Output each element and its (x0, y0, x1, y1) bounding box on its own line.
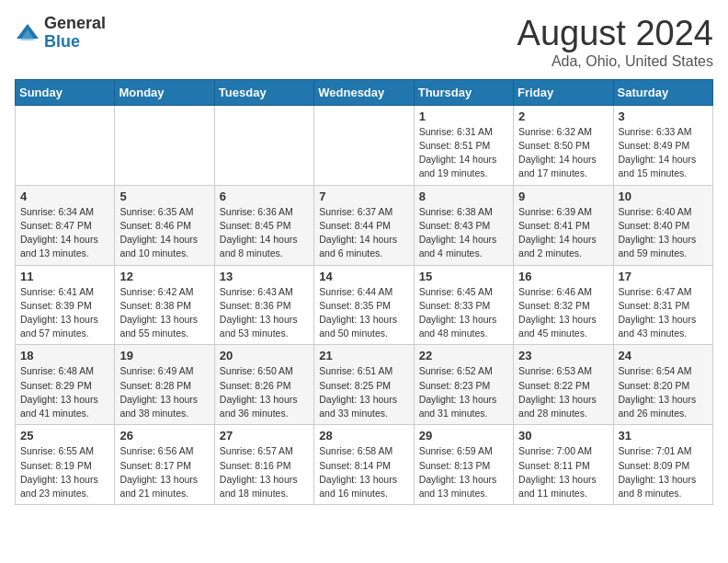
day-info: Sunrise: 6:49 AM Sunset: 8:28 PM Dayligh… (119, 364, 209, 420)
day-number: 15 (419, 270, 508, 283)
calendar-cell-1-0: 4Sunrise: 6:34 AM Sunset: 8:47 PM Daylig… (16, 185, 115, 265)
day-info: Sunrise: 6:56 AM Sunset: 8:17 PM Dayligh… (119, 444, 209, 500)
week-row-4: 18Sunrise: 6:48 AM Sunset: 8:29 PM Dayli… (16, 345, 713, 425)
day-info: Sunrise: 6:50 AM Sunset: 8:26 PM Dayligh… (220, 364, 309, 420)
day-number: 1 (419, 109, 508, 123)
day-number: 5 (119, 190, 209, 203)
day-info: Sunrise: 6:33 AM Sunset: 8:49 PM Dayligh… (619, 125, 708, 181)
day-number: 24 (619, 349, 708, 362)
day-number: 2 (518, 109, 608, 123)
calendar-table: Sunday Monday Tuesday Wednesday Thursday… (15, 79, 713, 505)
calendar-cell-3-1: 19Sunrise: 6:49 AM Sunset: 8:28 PM Dayli… (115, 345, 214, 425)
day-number: 21 (319, 349, 408, 362)
day-number: 25 (20, 429, 109, 442)
calendar-cell-4-2: 27Sunrise: 6:57 AM Sunset: 8:16 PM Dayli… (214, 425, 313, 505)
day-number: 13 (220, 270, 309, 283)
calendar-cell-0-3 (314, 105, 414, 185)
day-number: 29 (419, 429, 508, 442)
calendar-cell-0-6: 3Sunrise: 6:33 AM Sunset: 8:49 PM Daylig… (613, 105, 712, 185)
calendar-header-row: Sunday Monday Tuesday Wednesday Thursday… (16, 79, 713, 105)
calendar-cell-0-5: 2Sunrise: 6:32 AM Sunset: 8:50 PM Daylig… (514, 105, 613, 185)
day-info: Sunrise: 6:44 AM Sunset: 8:35 PM Dayligh… (319, 285, 408, 341)
day-info: Sunrise: 6:51 AM Sunset: 8:25 PM Dayligh… (319, 364, 408, 420)
calendar-cell-3-0: 18Sunrise: 6:48 AM Sunset: 8:29 PM Dayli… (16, 345, 115, 425)
calendar-cell-0-4: 1Sunrise: 6:31 AM Sunset: 8:51 PM Daylig… (414, 105, 513, 185)
calendar-cell-2-1: 12Sunrise: 6:42 AM Sunset: 8:38 PM Dayli… (115, 265, 214, 345)
day-info: Sunrise: 6:36 AM Sunset: 8:45 PM Dayligh… (220, 205, 309, 261)
day-number: 7 (319, 190, 408, 203)
day-info: Sunrise: 6:42 AM Sunset: 8:38 PM Dayligh… (119, 285, 209, 341)
calendar-cell-1-3: 7Sunrise: 6:37 AM Sunset: 8:44 PM Daylig… (314, 185, 414, 265)
day-info: Sunrise: 6:54 AM Sunset: 8:20 PM Dayligh… (619, 364, 708, 420)
day-info: Sunrise: 6:32 AM Sunset: 8:50 PM Dayligh… (518, 125, 608, 181)
day-number: 11 (20, 270, 109, 283)
col-friday: Friday (514, 79, 613, 105)
day-number: 20 (220, 349, 309, 362)
calendar-cell-3-5: 23Sunrise: 6:53 AM Sunset: 8:22 PM Dayli… (514, 345, 613, 425)
day-number: 14 (319, 270, 408, 283)
week-row-1: 1Sunrise: 6:31 AM Sunset: 8:51 PM Daylig… (16, 105, 713, 185)
day-info: Sunrise: 6:55 AM Sunset: 8:19 PM Dayligh… (20, 444, 109, 500)
calendar-cell-3-4: 22Sunrise: 6:52 AM Sunset: 8:23 PM Dayli… (414, 345, 513, 425)
calendar-cell-2-4: 15Sunrise: 6:45 AM Sunset: 8:33 PM Dayli… (414, 265, 513, 345)
day-info: Sunrise: 6:57 AM Sunset: 8:16 PM Dayligh… (220, 444, 309, 500)
title-block: August 2024 Ada, Ohio, United States (518, 15, 713, 70)
calendar-cell-2-5: 16Sunrise: 6:46 AM Sunset: 8:32 PM Dayli… (514, 265, 613, 345)
calendar-cell-2-3: 14Sunrise: 6:44 AM Sunset: 8:35 PM Dayli… (314, 265, 414, 345)
logo: General Blue (15, 15, 106, 52)
calendar-cell-4-4: 29Sunrise: 6:59 AM Sunset: 8:13 PM Dayli… (414, 425, 513, 505)
day-info: Sunrise: 6:38 AM Sunset: 8:43 PM Dayligh… (419, 205, 508, 261)
day-info: Sunrise: 6:37 AM Sunset: 8:44 PM Dayligh… (319, 205, 408, 261)
day-info: Sunrise: 6:45 AM Sunset: 8:33 PM Dayligh… (419, 285, 508, 341)
calendar-cell-0-2 (214, 105, 313, 185)
generalblue-logo-icon (15, 20, 40, 46)
calendar-cell-4-3: 28Sunrise: 6:58 AM Sunset: 8:14 PM Dayli… (314, 425, 414, 505)
day-info: Sunrise: 6:41 AM Sunset: 8:39 PM Dayligh… (20, 285, 109, 341)
calendar-location: Ada, Ohio, United States (518, 53, 713, 70)
calendar-cell-4-0: 25Sunrise: 6:55 AM Sunset: 8:19 PM Dayli… (16, 425, 115, 505)
calendar-cell-1-2: 6Sunrise: 6:36 AM Sunset: 8:45 PM Daylig… (214, 185, 313, 265)
col-monday: Monday (115, 79, 214, 105)
day-number: 9 (518, 190, 608, 203)
calendar-cell-0-0 (16, 105, 115, 185)
day-number: 19 (119, 349, 209, 362)
day-number: 16 (518, 270, 608, 283)
day-number: 4 (20, 190, 109, 203)
col-sunday: Sunday (16, 79, 115, 105)
calendar-cell-2-2: 13Sunrise: 6:43 AM Sunset: 8:36 PM Dayli… (214, 265, 313, 345)
day-number: 6 (220, 190, 309, 203)
day-number: 27 (220, 429, 309, 442)
day-info: Sunrise: 6:58 AM Sunset: 8:14 PM Dayligh… (319, 444, 408, 500)
day-info: Sunrise: 6:47 AM Sunset: 8:31 PM Dayligh… (619, 285, 708, 341)
logo-text: General Blue (44, 15, 106, 52)
day-info: Sunrise: 6:48 AM Sunset: 8:29 PM Dayligh… (20, 364, 109, 420)
day-info: Sunrise: 6:35 AM Sunset: 8:46 PM Dayligh… (119, 205, 209, 261)
col-wednesday: Wednesday (314, 79, 414, 105)
day-info: Sunrise: 6:34 AM Sunset: 8:47 PM Dayligh… (20, 205, 109, 261)
day-number: 22 (419, 349, 508, 362)
day-info: Sunrise: 6:59 AM Sunset: 8:13 PM Dayligh… (419, 444, 508, 500)
calendar-cell-2-0: 11Sunrise: 6:41 AM Sunset: 8:39 PM Dayli… (16, 265, 115, 345)
calendar-cell-1-6: 10Sunrise: 6:40 AM Sunset: 8:40 PM Dayli… (613, 185, 712, 265)
day-number: 18 (20, 349, 109, 362)
calendar-cell-4-1: 26Sunrise: 6:56 AM Sunset: 8:17 PM Dayli… (115, 425, 214, 505)
day-number: 28 (319, 429, 408, 442)
calendar-cell-3-3: 21Sunrise: 6:51 AM Sunset: 8:25 PM Dayli… (314, 345, 414, 425)
day-number: 12 (119, 270, 209, 283)
day-number: 10 (619, 190, 708, 203)
logo-blue-text: Blue (44, 33, 106, 52)
day-number: 23 (518, 349, 608, 362)
day-number: 30 (518, 429, 608, 442)
col-thursday: Thursday (414, 79, 513, 105)
col-saturday: Saturday (613, 79, 712, 105)
header: General Blue August 2024 Ada, Ohio, Unit… (15, 15, 713, 70)
day-info: Sunrise: 7:00 AM Sunset: 8:11 PM Dayligh… (518, 444, 608, 500)
day-number: 3 (619, 109, 708, 123)
day-number: 31 (619, 429, 708, 442)
calendar-cell-1-5: 9Sunrise: 6:39 AM Sunset: 8:41 PM Daylig… (514, 185, 613, 265)
calendar-cell-1-1: 5Sunrise: 6:35 AM Sunset: 8:46 PM Daylig… (115, 185, 214, 265)
day-info: Sunrise: 6:31 AM Sunset: 8:51 PM Dayligh… (419, 125, 508, 181)
day-info: Sunrise: 6:52 AM Sunset: 8:23 PM Dayligh… (419, 364, 508, 420)
day-number: 8 (419, 190, 508, 203)
week-row-3: 11Sunrise: 6:41 AM Sunset: 8:39 PM Dayli… (16, 265, 713, 345)
